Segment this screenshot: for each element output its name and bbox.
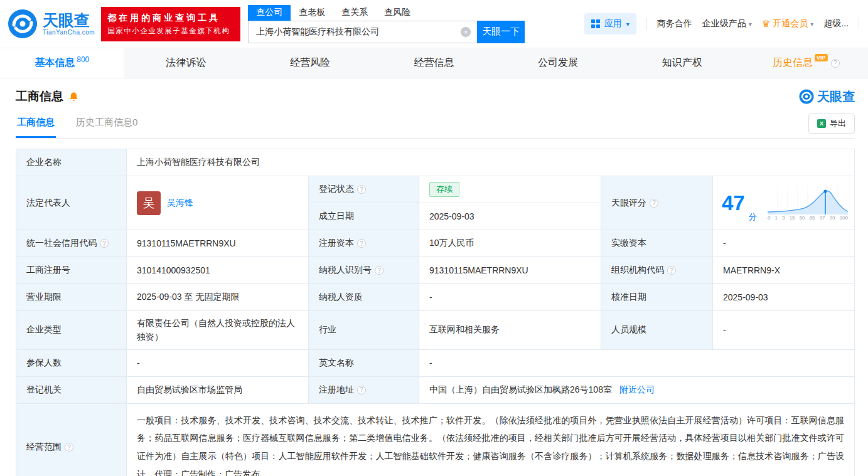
tab-business-info[interactable]: 经营信息: [372, 48, 496, 78]
bell-icon[interactable]: [68, 92, 79, 102]
field-label-reg-capital: 注册资本?: [309, 230, 419, 257]
field-label-scope: 经营范围?: [16, 404, 127, 476]
field-label-industry: 行业: [309, 311, 419, 350]
menu-cooperation-label: 商务合作: [657, 18, 692, 29]
tab-company-development-label: 公司发展: [538, 56, 578, 70]
tab-legal-label: 法律诉讼: [166, 56, 206, 70]
chevron-down-icon: ▾: [810, 21, 813, 28]
tab-basic-info-label: 基本信息: [35, 56, 75, 70]
help-icon[interactable]: ?: [100, 239, 109, 248]
field-label-staff-size: 人员规模: [601, 311, 713, 350]
tab-intellectual-property[interactable]: 知识产权: [620, 48, 744, 78]
tab-history-label: 历史信息: [773, 56, 813, 70]
search-tab-company[interactable]: 查公司: [248, 5, 291, 21]
apps-label: 应用: [604, 18, 622, 29]
tab-operating-risk[interactable]: 经营风险: [248, 48, 372, 78]
menu-enterprise[interactable]: 企业级产品 ▾: [702, 18, 752, 29]
divider: [646, 18, 647, 30]
help-icon[interactable]: ?: [65, 443, 73, 452]
watermark-logo: 天眼查: [799, 88, 855, 105]
business-info-table: 企业名称 上海小荷智能医疗科技有限公司 法定代表人 吴 吴海锋 登记状态? 存续…: [16, 149, 855, 476]
menu-super[interactable]: 超级...: [823, 18, 849, 29]
field-value-reg-status: 存续: [419, 176, 601, 203]
search-tab-boss[interactable]: 查老板: [291, 5, 333, 21]
score-value: 47: [722, 193, 745, 213]
tab-business-info-label: 经营信息: [414, 56, 454, 70]
legal-rep-link[interactable]: 吴海锋: [167, 198, 193, 209]
field-value-reg-capital: 10万人民币: [419, 230, 601, 257]
divider: [859, 18, 859, 30]
field-value-paid-capital: -: [713, 230, 854, 257]
top-bar: 天眼查 TianYanCha.com 都在用的商业查询工具 国家中小企业发展子基…: [0, 0, 868, 48]
help-icon[interactable]: ?: [357, 386, 366, 394]
field-value-industry: 互联网和相关服务: [419, 311, 601, 350]
tab-legal[interactable]: 法律诉讼: [124, 48, 249, 78]
field-value-term: 2025-09-03 至 无固定期限: [127, 284, 309, 311]
apps-menu[interactable]: 应用 ▾: [584, 13, 636, 34]
clear-icon[interactable]: ×: [461, 27, 471, 37]
field-label-reg-no: 工商注册号: [16, 257, 127, 284]
tianyancha-logo-icon: [8, 9, 38, 39]
field-label-established: 成立日期: [309, 203, 419, 230]
subtab-history-business-info[interactable]: 历史工商信息0: [75, 117, 139, 138]
subtab-business-info[interactable]: 工商信息: [16, 117, 56, 138]
chevron-down-icon: ▾: [749, 21, 752, 28]
menu-cooperation[interactable]: 商务合作: [657, 18, 692, 29]
field-value-company-type: 有限责任公司（自然人投资或控股的法人独资）: [127, 311, 309, 350]
search-input[interactable]: [248, 21, 477, 43]
tab-company-development[interactable]: 公司发展: [496, 48, 620, 78]
field-label-approved: 核准日期: [601, 284, 713, 311]
chevron-down-icon: ▾: [626, 21, 630, 28]
watermark-text: 天眼查: [817, 88, 855, 105]
field-label-company-name: 企业名称: [16, 149, 127, 176]
field-label-credit-code: 统一社会信用代码?: [16, 230, 127, 257]
field-value-org-code: MAETRRN9-X: [713, 257, 854, 284]
help-icon[interactable]: ?: [650, 199, 658, 208]
field-label-term: 营业期限: [16, 284, 127, 311]
search-block: 查公司 查老板 查关系 查风险 × 天眼一下: [248, 5, 525, 43]
crown-icon: ♛: [762, 18, 770, 29]
sub-tabs: 工商信息 历史工商信息0 X 导出: [16, 112, 855, 139]
promo-line2: 国家中小企业发展子基金旗下机构: [107, 26, 234, 36]
field-value-legal-rep: 吴 吴海锋: [127, 176, 309, 230]
help-icon[interactable]: ?: [667, 266, 676, 275]
help-icon[interactable]: ?: [375, 266, 383, 275]
field-value-english-name: -: [419, 350, 854, 377]
tab-operating-risk-label: 经营风险: [290, 56, 330, 70]
field-label-reg-status: 登记状态?: [309, 176, 419, 203]
field-value-address: 中国（上海）自由贸易试验区加枫路26号108室 附近公司: [419, 377, 854, 404]
export-button[interactable]: X 导出: [808, 114, 855, 134]
tab-basic-info-count: 800: [77, 55, 89, 64]
export-label: 导出: [830, 118, 846, 129]
field-value-authority: 自由贸易试验区市场监管局: [127, 377, 309, 404]
search-button[interactable]: 天眼一下: [477, 21, 525, 43]
menu-super-label: 超级...: [823, 18, 849, 29]
search-tab-risk[interactable]: 查风险: [376, 5, 419, 21]
tab-basic-info[interactable]: 基本信息 800: [0, 48, 124, 78]
promo-badge[interactable]: 都在用的商业查询工具 国家中小企业发展子基金旗下机构: [101, 7, 240, 41]
tab-history-info[interactable]: 历史信息 VIP ?: [744, 48, 868, 78]
promo-line1: 都在用的商业查询工具: [107, 13, 234, 24]
menu-vip-label: 开通会员: [773, 18, 808, 29]
avatar[interactable]: 吴: [137, 191, 161, 215]
help-icon[interactable]: ?: [831, 59, 840, 68]
search-tab-relation[interactable]: 查关系: [333, 5, 376, 21]
vip-badge: VIP: [815, 54, 828, 61]
help-icon[interactable]: ?: [357, 239, 366, 248]
help-icon[interactable]: ?: [357, 185, 366, 194]
tab-ip-label: 知识产权: [662, 56, 702, 70]
field-value-staff-size: -: [713, 311, 854, 350]
content: 工商信息 天眼查 工商信息 历史工商信息0 X 导出 企业名称 上海小荷智能医疗…: [0, 81, 868, 476]
field-label-company-type: 企业类型: [16, 311, 127, 350]
tianyancha-logo[interactable]: 天眼查 TianYanCha.com: [8, 9, 95, 39]
field-value-reg-no: 310141000932501: [127, 257, 309, 284]
field-label-org-code: 组织机构代码?: [601, 257, 713, 284]
main-nav-tabs: 基本信息 800 法律诉讼 经营风险 经营信息 公司发展 知识产权 历史信息 V…: [0, 48, 868, 78]
field-value-established: 2025-09-03: [419, 203, 601, 230]
field-label-paid-capital: 实缴资本: [601, 230, 713, 257]
menu-vip[interactable]: ♛ 开通会员 ▾: [762, 18, 813, 29]
brand-domain: TianYanCha.com: [43, 29, 95, 36]
field-label-legal-rep: 法定代表人: [16, 176, 127, 230]
score-unit: 分: [749, 211, 757, 223]
nearby-companies-link[interactable]: 附近公司: [619, 384, 655, 396]
